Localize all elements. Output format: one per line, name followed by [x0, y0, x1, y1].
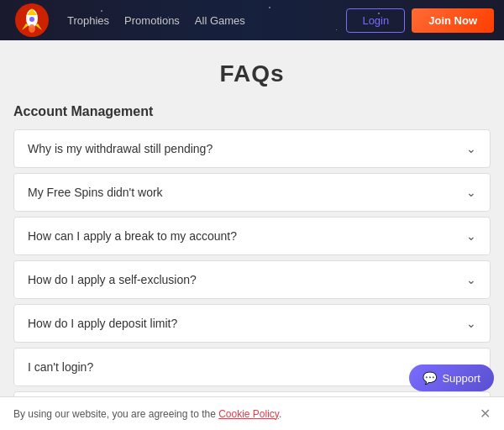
- svg-point-5: [29, 17, 34, 22]
- faq-item-1[interactable]: Why is my withdrawal still pending? ⌄: [13, 129, 491, 168]
- nav-promotions[interactable]: Promotions: [124, 14, 180, 27]
- cookie-text-prefix: By using our website, you are agreeing t…: [13, 408, 218, 420]
- faq-item-2[interactable]: My Free Spins didn't work ⌄: [13, 173, 491, 212]
- cookie-bar: By using our website, you are agreeing t…: [0, 396, 504, 430]
- navbar: Trophies Promotions All Games Login Join…: [0, 0, 504, 40]
- faq-item-5[interactable]: How do I apply deposit limit? ⌄: [13, 304, 491, 343]
- nav-all-games[interactable]: All Games: [195, 14, 245, 27]
- join-button[interactable]: Join Now: [412, 8, 494, 33]
- faq-item-4[interactable]: How do I apply a self-exclusion? ⌄: [13, 260, 491, 299]
- cookie-close-button[interactable]: ✕: [480, 406, 491, 422]
- faq-item-2-text: My Free Spins didn't work: [28, 186, 163, 199]
- support-label: Support: [442, 372, 480, 385]
- faq-item-3[interactable]: How can I apply a break to my account? ⌄: [13, 217, 491, 255]
- chevron-down-icon: ⌄: [466, 186, 476, 199]
- chevron-down-icon: ⌄: [466, 317, 476, 330]
- nav-buttons: Login Join Now: [346, 8, 494, 33]
- svg-point-6: [29, 24, 35, 33]
- cookie-text: By using our website, you are agreeing t…: [13, 408, 281, 420]
- faq-item-3-text: How can I apply a break to my account?: [28, 229, 237, 243]
- chevron-down-icon: ⌄: [466, 273, 476, 286]
- star-dot: [269, 7, 270, 8]
- chevron-down-icon: ⌄: [466, 142, 476, 155]
- nav-links: Trophies Promotions All Games: [67, 14, 245, 27]
- login-button[interactable]: Login: [346, 8, 405, 33]
- support-icon: 💬: [423, 371, 437, 385]
- cookie-text-end: .: [279, 408, 281, 420]
- logo-area: Trophies Promotions All Games: [10, 2, 245, 39]
- support-button[interactable]: 💬 Support: [409, 364, 494, 391]
- cookie-policy-link[interactable]: Cookie Policy: [218, 408, 279, 420]
- faq-item-4-text: How do I apply a self-exclusion?: [28, 273, 197, 286]
- page-title: FAQs: [13, 60, 491, 87]
- faq-item-5-text: How do I apply deposit limit?: [28, 317, 177, 330]
- logo-icon: [10, 2, 54, 39]
- chevron-down-icon: ⌄: [466, 229, 476, 243]
- star-dot: [336, 29, 337, 30]
- faq-item-1-text: Why is my withdrawal still pending?: [28, 142, 213, 155]
- section-account-management-heading: Account Management: [13, 104, 491, 119]
- nav-trophies[interactable]: Trophies: [67, 14, 109, 27]
- faq-item-6-text: I can't login?: [28, 360, 93, 374]
